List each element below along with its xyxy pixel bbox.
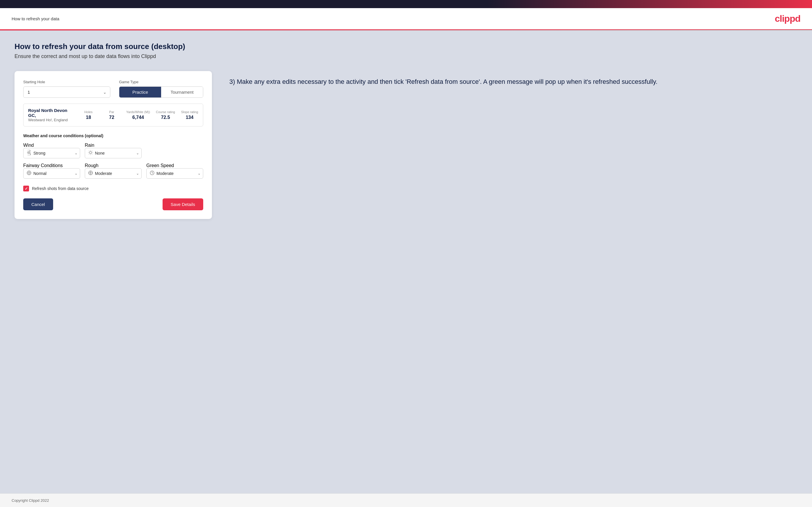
rough-chevron-icon: ⌄ [136,171,139,175]
side-text: 3) Make any extra edits necessary to the… [230,71,798,87]
header: How to refresh your data clippd [0,8,812,30]
logo: clippd [775,13,800,24]
rain-select-wrapper[interactable]: None Light Heavy ⌄ [85,148,142,158]
slope-rating-value: 134 [181,115,198,120]
rain-label: Rain [85,143,94,148]
course-location: Westward Ho!, England [28,118,74,122]
yards-stat: Yards/White (M)) 6,744 [126,110,150,120]
rough-label: Rough [85,163,98,168]
svg-line-8 [89,154,89,154]
course-rating-label: Course rating [156,110,175,114]
par-stat: Par 72 [103,110,120,120]
wind-select-wrapper[interactable]: Strong None Light Moderate ⌄ [23,148,80,158]
wind-label: Wind [23,143,34,148]
rain-icon [88,150,93,156]
starting-hole-label: Starting Hole [23,80,110,84]
fairway-select-wrapper[interactable]: Normal Soft Hard ⌄ [23,168,80,179]
main-content: How to refresh your data from source (de… [0,31,812,493]
svg-point-1 [89,152,92,154]
par-label: Par [103,110,120,114]
empty-col [146,143,203,158]
rough-field: Rough Moderate Light Heavy ⌄ [85,163,142,179]
side-description: 3) Make any extra edits necessary to the… [230,77,798,87]
rain-select[interactable]: None Light Heavy [95,148,136,158]
svg-line-9 [92,151,92,151]
content-area: Starting Hole 1 10 ⌄ Game Type Practi [14,71,798,219]
card-footer: Cancel Save Details [23,199,203,210]
footer-text: Copyright Clippd 2022 [12,498,49,503]
green-speed-select[interactable]: Moderate Slow Fast [156,169,198,178]
course-name-block: Royal North Devon GC, Westward Ho!, Engl… [28,108,74,122]
green-speed-label: Green Speed [146,163,174,168]
wind-chevron-icon: ⌄ [74,151,78,155]
rough-select-wrapper[interactable]: Moderate Light Heavy ⌄ [85,168,142,179]
course-rating-value: 72.5 [156,115,175,120]
save-button[interactable]: Save Details [163,199,203,210]
page-subtitle: Ensure the correct and most up to date d… [14,53,798,59]
rough-select[interactable]: Moderate Light Heavy [95,169,136,178]
main-card: Starting Hole 1 10 ⌄ Game Type Practi [14,71,212,219]
green-speed-chevron-icon: ⌄ [198,171,201,175]
refresh-label: Refresh shots from data source [32,186,89,191]
rough-icon [88,170,93,177]
footer: Copyright Clippd 2022 [0,493,812,507]
starting-hole-select[interactable]: 1 10 [23,87,110,98]
starting-hole-select-wrapper[interactable]: 1 10 ⌄ [23,87,110,98]
green-speed-icon [150,170,155,177]
wind-select[interactable]: Strong None Light Moderate [33,148,74,158]
starting-hole-col: Starting Hole 1 10 ⌄ [23,80,110,98]
course-name: Royal North Devon GC, [28,108,74,118]
card-wrapper: Starting Hole 1 10 ⌄ Game Type Practi [14,71,212,219]
game-type-label: Game Type [119,80,203,84]
holes-label: Holes [80,110,97,114]
wind-field: Wind Strong None Light Moderate [23,143,80,158]
yards-value: 6,744 [126,115,150,120]
game-type-toggle: Practice Tournament [119,87,203,98]
header-title: How to refresh your data [12,16,59,21]
yards-label: Yards/White (M)) [126,110,150,114]
course-info-box: Royal North Devon GC, Westward Ho!, Engl… [23,104,203,126]
game-type-col: Game Type Practice Tournament [119,80,203,98]
top-bar [0,0,812,8]
svg-line-4 [89,151,89,151]
wind-icon [27,150,32,156]
page-title: How to refresh your data from source (de… [14,42,798,51]
green-speed-select-wrapper[interactable]: Moderate Slow Fast ⌄ [146,168,203,179]
refresh-row: Refresh shots from data source [23,186,203,191]
rain-chevron-icon: ⌄ [136,151,139,155]
holes-stat: Holes 18 [80,110,97,120]
fairway-field: Fairway Conditions Normal Soft Hard ⌄ [23,163,80,179]
fairway-icon [27,170,32,177]
cancel-button[interactable]: Cancel [23,199,53,210]
refresh-checkbox[interactable] [23,186,29,191]
par-value: 72 [103,115,120,120]
practice-button[interactable]: Practice [119,87,161,98]
conditions-title: Weather and course conditions (optional) [23,133,203,138]
fairway-label: Fairway Conditions [23,163,63,168]
conditions-grid: Wind Strong None Light Moderate [23,143,203,179]
holes-value: 18 [80,115,97,120]
course-rating-stat: Course rating 72.5 [156,110,175,120]
slope-rating-label: Slope rating [181,110,198,114]
rain-field: Rain None Light Heavy ⌄ [85,143,142,158]
green-speed-field: Green Speed Moderate Slow Fast ⌄ [146,163,203,179]
svg-line-5 [92,154,92,154]
tournament-button[interactable]: Tournament [161,87,203,98]
fairway-select[interactable]: Normal Soft Hard [33,169,74,178]
fairway-chevron-icon: ⌄ [74,171,78,175]
slope-rating-stat: Slope rating 134 [181,110,198,120]
top-row: Starting Hole 1 10 ⌄ Game Type Practi [23,80,203,98]
